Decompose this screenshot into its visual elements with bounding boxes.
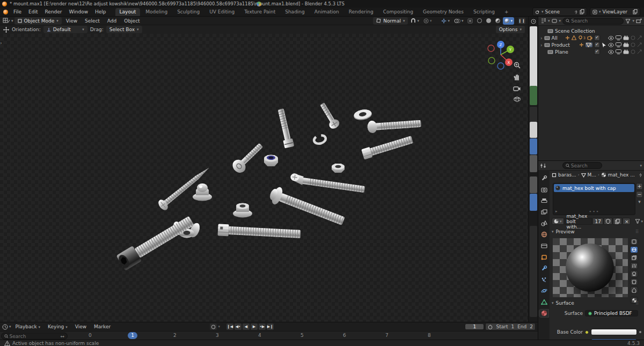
browse-material-button[interactable]: ▾: [552, 218, 564, 225]
outliner-search[interactable]: [562, 18, 624, 25]
menu-edit[interactable]: Edit: [25, 8, 41, 16]
holdout-icon[interactable]: [631, 49, 635, 54]
tab-material[interactable]: [539, 310, 548, 317]
monitor-icon[interactable]: [616, 42, 621, 47]
preview-fluid-button[interactable]: [630, 286, 638, 293]
unlink-button[interactable]: ×: [623, 218, 631, 225]
preview-shaderball-button[interactable]: [630, 270, 638, 277]
navigation-gizmo[interactable]: Z Y X: [485, 39, 516, 70]
tab-world[interactable]: [539, 231, 548, 238]
ortho-grid-icon[interactable]: [514, 96, 521, 102]
copy-icon[interactable]: [633, 9, 638, 14]
eye-icon[interactable]: [608, 43, 614, 47]
list-grip[interactable]: ∙∙∙: [589, 209, 599, 214]
breadcrumb-material[interactable]: mat_hex ...: [608, 172, 635, 178]
timeline-menu-view[interactable]: View: [72, 323, 90, 330]
drag-dropdown[interactable]: Select Box ▾: [106, 26, 142, 33]
material-slot-selected[interactable]: mat_hex bolt with cap: [554, 184, 634, 192]
xray-toggle[interactable]: [466, 17, 474, 25]
screw-countersunk[interactable]: [290, 173, 365, 194]
filter-icon[interactable]: [625, 19, 631, 24]
bolt-flange[interactable]: [267, 185, 347, 230]
collection-checkbox[interactable]: ✓: [594, 42, 600, 48]
menu-help[interactable]: Help: [92, 8, 109, 16]
screw-slotted[interactable]: [276, 108, 294, 148]
display-mode-icon[interactable]: [552, 18, 558, 24]
tab-object[interactable]: [539, 253, 548, 261]
socket-cap-screw[interactable]: [116, 213, 196, 271]
outliner-row-scene-collection[interactable]: Scene Collection: [539, 27, 643, 34]
transform-orientation-dropdown[interactable]: Normal ▾: [373, 17, 408, 25]
viewport-menu-object[interactable]: Object: [121, 17, 143, 25]
collection-checkbox[interactable]: ✓: [594, 49, 600, 55]
editor-type-icon[interactable]: [3, 18, 10, 24]
surface-section-header[interactable]: ▾Surface: [552, 300, 574, 306]
jump-to-end-button[interactable]: ▶❙: [267, 323, 274, 330]
camera-view-icon[interactable]: [513, 85, 521, 91]
lock-nut[interactable]: [264, 155, 278, 167]
menu-window[interactable]: Window: [66, 8, 92, 16]
eye-icon[interactable]: [608, 50, 614, 54]
list-resize-corner[interactable]: ▸: [555, 209, 558, 214]
users-count-button[interactable]: 17: [592, 218, 603, 225]
outliner-row-all[interactable]: › All 3 ✓: [539, 34, 643, 41]
copy-icon[interactable]: [580, 9, 584, 14]
proportional-edit-dropdown[interactable]: ▾: [422, 17, 434, 25]
bolt-hex-lower[interactable]: [218, 224, 301, 240]
hex-nut[interactable]: [332, 164, 345, 173]
render-camera-icon[interactable]: [623, 35, 629, 40]
menu-render[interactable]: Render: [42, 8, 65, 16]
shading-wireframe-button[interactable]: [475, 17, 484, 25]
viewport-menu-view[interactable]: View: [63, 17, 80, 25]
properties-editor-icon[interactable]: [540, 163, 546, 168]
spring-washer[interactable]: [313, 134, 326, 145]
zoom-icon[interactable]: [514, 62, 521, 69]
expand-arrow-icon[interactable]: ›: [540, 35, 543, 41]
timeline-search[interactable]: ↔: [1, 333, 68, 340]
tab-texture-paint[interactable]: Texture Paint: [240, 8, 280, 16]
preview-sphere-button[interactable]: [630, 246, 638, 253]
preview-section-header[interactable]: ▾Preview: [552, 229, 575, 234]
render-camera-icon[interactable]: [623, 42, 629, 47]
add-workspace-button[interactable]: +: [500, 8, 513, 16]
tab-uv-editing[interactable]: UV Editing: [205, 8, 239, 16]
flange-nut[interactable]: [233, 203, 252, 218]
base-color-swatch[interactable]: [591, 329, 637, 335]
timeline-menu-marker[interactable]: Marker: [91, 323, 114, 330]
surface-shader-button[interactable]: Principled BSDF: [585, 310, 638, 316]
viewlayer-selector[interactable]: ▾ ViewLayer: [590, 8, 640, 16]
viewport-menu-add[interactable]: Add: [104, 17, 120, 25]
collection-checkbox[interactable]: ✓: [594, 35, 600, 41]
shading-rendered-button[interactable]: ▾: [503, 17, 514, 25]
show-overlays-toggle[interactable]: ▾: [452, 17, 465, 25]
preview-cloth-button[interactable]: [630, 278, 638, 285]
auto-key-button[interactable]: [210, 323, 217, 330]
tab-particles[interactable]: [539, 276, 548, 283]
tab-geometry-nodes[interactable]: Geometry Nodes: [419, 8, 468, 16]
add-slot-button[interactable]: +: [636, 183, 643, 190]
expand-arrow-icon[interactable]: ›: [540, 42, 543, 48]
breadcrumb-object[interactable]: baras...: [558, 172, 576, 178]
tab-tool[interactable]: [539, 174, 548, 182]
shading-material-button[interactable]: [494, 17, 502, 25]
tab-rendering[interactable]: Rendering: [345, 8, 378, 16]
preview-hair-button[interactable]: [630, 262, 638, 269]
pin-icon[interactable]: [574, 10, 578, 14]
tab-animation[interactable]: Animation: [310, 8, 343, 16]
animate-dot-icon[interactable]: [639, 331, 641, 333]
collapsed-editor-strip[interactable]: [528, 17, 538, 322]
outliner-search-input[interactable]: [571, 18, 620, 24]
indirect-only-icon[interactable]: [637, 42, 642, 47]
tab-layout[interactable]: Layout: [115, 8, 141, 16]
snap-dropdown[interactable]: ▾: [409, 17, 421, 25]
preview-flat-button[interactable]: [630, 238, 638, 245]
shading-solid-button[interactable]: [485, 17, 493, 25]
jump-to-start-button[interactable]: ❙◀: [226, 323, 233, 330]
tab-sculpting[interactable]: Sculpting: [173, 8, 204, 16]
surface-grip[interactable]: ⠿: [635, 300, 639, 306]
preview-grip[interactable]: ⠿: [635, 229, 639, 234]
material-slot-list[interactable]: mat_hex bolt with cap ▸ ∙∙∙: [553, 183, 635, 215]
blender-menu-icon[interactable]: [3, 10, 8, 14]
indirect-only-icon[interactable]: [637, 35, 642, 40]
tab-object-data[interactable]: [539, 298, 548, 306]
